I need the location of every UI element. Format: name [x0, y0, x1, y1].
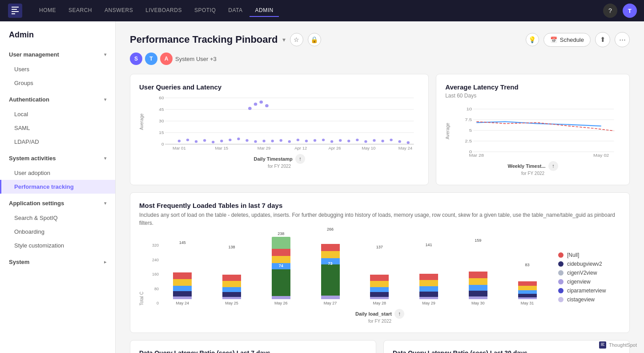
sidebar-section-label-system-activities: System activities [9, 155, 56, 162]
stacked-bar-may29: 75 [419, 248, 438, 299]
bar-null-may28 [370, 275, 389, 281]
nav-spotiq[interactable]: SPOTIQ [189, 4, 221, 17]
svg-point-16 [178, 140, 181, 142]
svg-point-25 [254, 140, 257, 143]
svg-point-19 [203, 139, 206, 142]
sidebar-section-header-system-activities[interactable]: System activities ▾ [0, 150, 115, 166]
sidebar-section-header-application-settings[interactable]: Application settings ▾ [0, 195, 115, 211]
svg-point-41 [356, 138, 358, 141]
sidebar-section-user-management: User management ▾ Users Groups [0, 47, 115, 90]
bar-chart-footer: Daily load_start ↑ [139, 309, 620, 319]
help-button[interactable]: ? [603, 4, 617, 18]
lock-button[interactable]: 🔒 [308, 33, 321, 46]
nav-answers[interactable]: ANSWERS [99, 4, 138, 17]
card-most-loaded-tables: Most Frequently Loaded Tables in last 7 … [130, 192, 630, 333]
chart2-sort-button[interactable]: ↑ [548, 161, 558, 171]
stacked-bar-may30: 73 [469, 243, 487, 299]
nav-admin[interactable]: ADMIN [250, 4, 278, 17]
bar-total-may29: 141 [426, 243, 432, 247]
share-button[interactable]: ⬆ [595, 32, 610, 47]
more-options-button[interactable]: ⋯ [615, 32, 630, 47]
nav-search[interactable]: SEARCH [63, 4, 97, 17]
legend-null: [Null] [558, 252, 620, 258]
stacked-bar-may26: 74 [272, 237, 290, 299]
svg-text:Apr 12: Apr 12 [294, 146, 307, 150]
svg-point-40 [347, 140, 350, 142]
card-user-queries: User Queries and Latency Average 60 [130, 74, 429, 185]
latency-7d-title: Data Query Latency Ratio (secs) Last 7 d… [139, 349, 367, 353]
sidebar-item-ldap[interactable]: LDAP/AD [0, 135, 115, 149]
svg-point-20 [212, 141, 214, 143]
svg-text:May 24: May 24 [398, 146, 412, 150]
bar-group-may31: 83 May 31 [505, 263, 549, 305]
header-actions: 💡 📅 Schedule ⬆ ⋯ [526, 32, 630, 47]
bar-y5-may25 [222, 297, 241, 299]
bar-total-may28: 137 [376, 245, 383, 249]
legend-ciparam: ciparameterview [558, 288, 620, 294]
legend-label-null: [Null] [567, 252, 579, 258]
bottom-cards-row: Data Query Latency Ratio (secs) Last 7 d… [130, 340, 630, 353]
sidebar-section-header-authentication[interactable]: Authentication ▾ [0, 92, 115, 107]
sidebar-item-users[interactable]: Users [0, 62, 115, 76]
user-avatar[interactable]: T [623, 4, 637, 18]
svg-point-28 [254, 102, 258, 105]
svg-text:May 02: May 02 [593, 153, 609, 157]
bar-group-may26: 238 74 May 26 [259, 231, 303, 305]
chevron-down-icon: ▾ [104, 97, 106, 102]
sidebar-item-search-spotiq[interactable]: Search & SpotIQ [0, 211, 115, 225]
bar-chart-sort-button[interactable]: ↑ [394, 309, 404, 319]
logo[interactable] [7, 3, 23, 19]
card-latency-30days: Data Query Latency Ratio (secs) Last 30 … [383, 340, 630, 353]
sidebar-item-user-adoption[interactable]: User adoption [0, 166, 115, 180]
avatars-row: S T A System User +3 [130, 53, 630, 65]
sidebar-item-saml[interactable]: SAML [0, 121, 115, 135]
sidebar-item-groups[interactable]: Groups [0, 76, 115, 90]
page-title: Performance Tracking Pinboard [130, 34, 278, 45]
bar-date-may30: May 30 [471, 301, 485, 305]
avatar-t[interactable]: T [145, 53, 157, 65]
bar-null-may24 [173, 272, 192, 279]
sidebar-section-application-settings: Application settings ▾ Search & SpotIQ O… [0, 195, 115, 252]
nav-home[interactable]: HOME [34, 4, 61, 17]
svg-point-26 [262, 140, 265, 142]
bar-y3-may31 [518, 290, 537, 294]
svg-point-46 [398, 140, 401, 143]
nav-data[interactable]: DATA [223, 4, 248, 17]
sidebar-item-local[interactable]: Local [0, 107, 115, 121]
bar-total-may27: 266 [327, 227, 334, 231]
bar-y3-may29 [419, 286, 438, 292]
bar-date-may27: May 27 [324, 301, 337, 305]
topnav-right: ? T [603, 4, 637, 18]
chevron-down-icon: ▾ [104, 52, 106, 57]
schedule-button[interactable]: 📅 Schedule [543, 33, 591, 47]
sidebar-title: Admin [0, 30, 115, 47]
sidebar-section-header-system[interactable]: System ▸ [0, 254, 115, 270]
bar-y5-may30 [469, 296, 487, 299]
favorite-button[interactable]: ☆ [290, 33, 303, 46]
nav-liveboards[interactable]: LIVEBOARDS [140, 4, 187, 17]
title-dropdown-icon[interactable]: ▾ [282, 36, 286, 43]
svg-point-45 [390, 138, 392, 141]
top-charts-row: User Queries and Latency Average 60 [130, 74, 630, 185]
sidebar-section-label-authentication: Authentication [9, 96, 49, 103]
bar-date-may31: May 31 [521, 301, 534, 305]
svg-point-36 [314, 139, 316, 142]
sidebar-section-header-user-management[interactable]: User management ▾ [0, 47, 115, 62]
avatar-a[interactable]: A [160, 53, 173, 65]
card-latency-7days: Data Query Latency Ratio (secs) Last 7 d… [130, 340, 376, 353]
sidebar-item-performance-tracking[interactable]: Performance tracking [0, 180, 115, 194]
svg-point-32 [280, 139, 282, 142]
svg-text:Mar 28: Mar 28 [469, 153, 484, 157]
chart2-x-sub: for FY 2022 [445, 171, 620, 176]
page-title-row: Performance Tracking Pinboard ▾ ☆ 🔒 [130, 33, 321, 46]
sidebar-item-style-customization[interactable]: Style customization [0, 239, 115, 252]
legend-cistage: cistageview [558, 296, 620, 303]
chart1-sort-button[interactable]: ↑ [295, 154, 305, 164]
avatar-s[interactable]: S [130, 53, 142, 65]
sidebar-item-onboarding[interactable]: Onboarding [0, 225, 115, 239]
bar-y2-may29 [419, 280, 438, 286]
light-mode-button[interactable]: 💡 [526, 33, 539, 46]
svg-point-42 [364, 140, 367, 143]
svg-point-33 [288, 140, 291, 143]
bar-y2-may28 [370, 281, 389, 287]
